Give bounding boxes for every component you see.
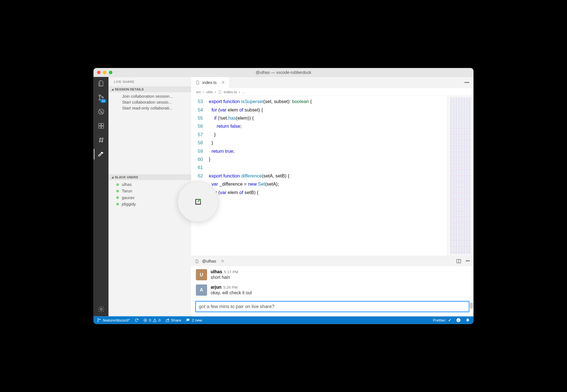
- presence-dot-icon: [116, 183, 119, 186]
- file-icon: [195, 80, 200, 85]
- problems-indicator[interactable]: 0 0: [143, 318, 160, 322]
- branch-indicator[interactable]: feature/discord*: [97, 318, 130, 322]
- titlebar: @ulhas — vscode-rubberduck: [94, 68, 473, 77]
- tab-index-ts[interactable]: index.ts ✕: [191, 77, 229, 88]
- scm-badge: 11: [100, 99, 106, 103]
- minimap[interactable]: [447, 96, 474, 256]
- svg-rect-8: [99, 126, 101, 128]
- message-text: short hain: [211, 275, 238, 280]
- prettier-status[interactable]: Prettier: ✓: [433, 318, 452, 322]
- status-bar: feature/discord* 0 0 Share 2 new Prettie…: [94, 316, 473, 324]
- line-number: 62: [191, 172, 209, 180]
- chevron-down-icon: ◢: [112, 88, 114, 91]
- line-number: 61: [191, 164, 209, 172]
- comments-indicator[interactable]: 2 new: [186, 318, 202, 322]
- explorer-icon[interactable]: [97, 80, 105, 87]
- svg-point-0: [99, 95, 100, 96]
- svg-point-13: [98, 321, 98, 322]
- svg-point-17: [457, 318, 461, 322]
- code-line[interactable]: 59 return true;: [191, 147, 447, 155]
- svg-rect-6: [99, 123, 101, 126]
- file-icon: [195, 259, 199, 263]
- extensions-icon[interactable]: [97, 122, 105, 129]
- message-text: okay, will check it out: [211, 290, 252, 295]
- popout-icon[interactable]: [194, 197, 203, 206]
- message-author: ulhas: [211, 269, 222, 274]
- chat-channel[interactable]: @ulhas: [202, 259, 216, 264]
- slack-user[interactable]: Tarun: [108, 188, 191, 194]
- line-number: 58: [191, 139, 209, 147]
- code-line[interactable]: 55 if (!set.has(elem)) {: [191, 114, 447, 122]
- presence-dot-icon: [116, 196, 119, 199]
- line-number: 54: [191, 106, 209, 114]
- code-line[interactable]: 54 for (var elem of subset) {: [191, 106, 447, 114]
- svg-point-19: [459, 320, 459, 320]
- svg-point-12: [98, 319, 98, 319]
- more-actions-icon[interactable]: •••: [466, 259, 470, 264]
- activity-bar: 11: [94, 77, 109, 316]
- code-line[interactable]: 56 return false;: [191, 122, 447, 131]
- session-action[interactable]: Join collaboration session...: [108, 94, 191, 99]
- notifications-icon[interactable]: [466, 318, 470, 322]
- line-number: 53: [191, 97, 209, 106]
- chevron-down-icon: ◢: [112, 176, 114, 179]
- message-author: arjun: [211, 284, 222, 290]
- code-line[interactable]: 64 for (var elem of setB) {: [191, 188, 447, 197]
- session-details-header[interactable]: ◢ SESSION DETAILS: [108, 86, 191, 92]
- live-share-icon[interactable]: [97, 151, 105, 158]
- line-number: 57: [191, 131, 209, 139]
- svg-rect-9: [101, 126, 104, 128]
- svg-point-14: [100, 319, 100, 320]
- feedback-icon[interactable]: [456, 318, 461, 323]
- code-line[interactable]: 53export function isSuperset(set, subset…: [191, 97, 447, 106]
- scrollbar-thumb[interactable]: [470, 303, 473, 309]
- svg-point-10: [100, 308, 102, 310]
- code-line[interactable]: 62export function difference(setA, setB)…: [191, 172, 447, 180]
- close-icon[interactable]: ✕: [221, 80, 225, 85]
- chat-input[interactable]: [195, 301, 469, 312]
- slack-user[interactable]: ulhas: [108, 181, 191, 188]
- session-action[interactable]: Start collaboration sessio...: [108, 99, 191, 105]
- svg-rect-7: [101, 123, 104, 126]
- breadcrumbs[interactable]: src▸ utils▸ index.ts▸ ...: [191, 88, 473, 96]
- check-icon: ✓: [448, 318, 452, 322]
- magnifier-overlay: [178, 181, 218, 222]
- svg-point-18: [458, 320, 458, 320]
- session-action[interactable]: Start read-only collaborati...: [108, 105, 191, 111]
- svg-point-5: [102, 111, 102, 111]
- code-line[interactable]: 60}: [191, 155, 447, 163]
- presence-dot-icon: [116, 190, 119, 192]
- avatar[interactable]: A: [196, 284, 207, 296]
- line-number: 59: [191, 147, 209, 155]
- window-title: @ulhas — vscode-rubberduck: [94, 70, 473, 75]
- editor-area: index.ts ✕ ••• src▸ utils▸ index.ts▸ ...…: [191, 77, 473, 316]
- line-number: 55: [191, 114, 209, 122]
- chat-message: Uulhas5:17 PMshort hain: [196, 269, 469, 280]
- split-editor-icon[interactable]: [456, 259, 462, 264]
- message-time: 5:17 PM: [224, 270, 238, 274]
- code-line[interactable]: 57 }: [191, 131, 447, 139]
- svg-rect-16: [166, 320, 169, 322]
- settings-gear-icon[interactable]: [97, 306, 105, 313]
- code-line[interactable]: 58 }: [191, 139, 447, 147]
- presence-dot-icon: [116, 203, 119, 205]
- hash-icon[interactable]: [97, 136, 105, 143]
- file-icon: [218, 90, 222, 94]
- message-time: 5:26 PM: [223, 285, 237, 290]
- line-number: 60: [191, 155, 209, 163]
- sidebar-title: LIVE SHARE: [108, 77, 191, 86]
- debug-disabled-icon[interactable]: [97, 108, 105, 115]
- more-actions-icon[interactable]: •••: [464, 80, 470, 85]
- slack-users-header[interactable]: ◢ SLACK USERS: [108, 174, 191, 180]
- editor-tabs: index.ts ✕ •••: [191, 77, 473, 88]
- close-icon[interactable]: ✕: [221, 259, 224, 264]
- code-editor[interactable]: 53export function isSuperset(set, subset…: [191, 96, 447, 256]
- line-number: 56: [191, 122, 209, 131]
- code-line[interactable]: 61: [191, 164, 447, 172]
- code-line[interactable]: 63 var _difference = new Set(setA);: [191, 180, 447, 188]
- sync-button[interactable]: [135, 318, 139, 322]
- source-control-icon[interactable]: 11: [97, 94, 105, 101]
- avatar[interactable]: U: [196, 269, 207, 280]
- share-button[interactable]: Share: [165, 318, 181, 322]
- chat-panel: @ulhas ✕ ••• Uulhas5:17 PMshort hainAarj…: [191, 256, 473, 316]
